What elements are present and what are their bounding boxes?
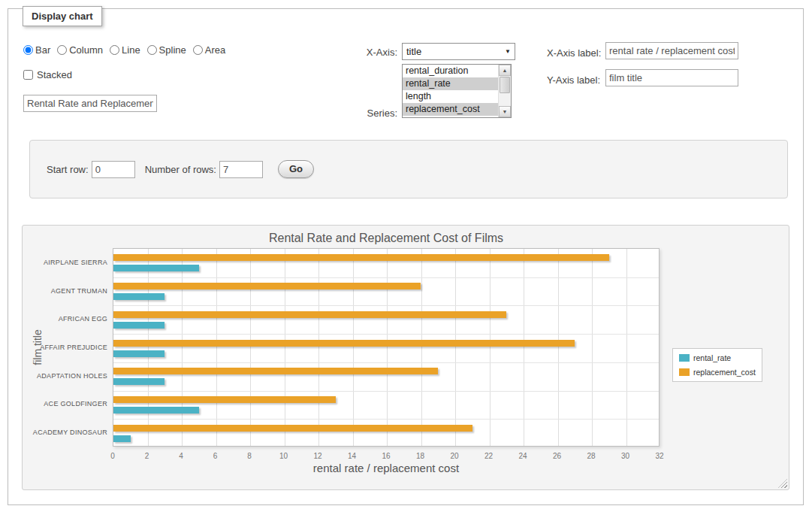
bar-replacement_cost (113, 396, 336, 403)
x-axis-select[interactable]: title ▼ (402, 43, 515, 60)
chart-type-radio-label: Area (205, 44, 225, 56)
y-tick-label: ADAPTATION HOLES (23, 372, 107, 380)
number-of-rows-input[interactable] (219, 161, 263, 178)
y-tick-label: AGENT TRUMAN (23, 287, 107, 295)
gridline-vertical (455, 249, 456, 446)
bar-replacement_cost (113, 311, 506, 318)
gridline-vertical (318, 249, 319, 446)
plot-area (113, 248, 660, 447)
x-axis-label-field-label: X-Axis label: (547, 47, 601, 59)
x-tick-label: 22 (484, 452, 493, 460)
x-tick-label: 16 (382, 452, 390, 460)
chart-type-radio-label: Line (122, 44, 140, 56)
scrollbar-thumb[interactable] (500, 77, 510, 93)
x-tick-label: 14 (348, 452, 356, 460)
x-tick-label: 30 (621, 452, 629, 460)
x-tick-label: 10 (279, 452, 288, 460)
series-scrollbar[interactable]: ▲ ▼ (498, 65, 511, 117)
gridline-horizontal (113, 305, 659, 306)
x-tick-label: 4 (179, 452, 183, 460)
series-options-list: rental_durationrental_ratelengthreplacem… (403, 65, 498, 117)
y-axis-label-field-label: Y-Axis label: (547, 74, 600, 86)
chart-type-radio-spline[interactable] (147, 45, 157, 55)
chart-type-option-bar[interactable]: Bar (23, 44, 50, 56)
fieldset-legend: Display chart (23, 6, 102, 26)
stacked-label: Stacked (37, 69, 72, 80)
chart-type-radio-area[interactable] (193, 45, 203, 55)
x-tick-label: 2 (145, 452, 149, 460)
x-tick-label: 24 (518, 452, 527, 460)
y-tick-label: AFRICAN EGG (23, 315, 107, 323)
gridline-vertical (353, 249, 354, 446)
x-tick-label: 8 (247, 452, 252, 460)
x-axis-label-input[interactable] (605, 42, 738, 59)
go-button[interactable]: Go (278, 160, 314, 178)
x-tick-label: 12 (313, 452, 321, 460)
bar-replacement_cost (113, 254, 609, 261)
stacked-checkbox[interactable] (23, 70, 33, 80)
chart-type-radio-column[interactable] (57, 45, 67, 55)
chart-type-options: BarColumnLineSplineArea (23, 44, 232, 56)
scroll-up-icon[interactable]: ▲ (499, 65, 511, 76)
legend-item-rental_rate: rental_rate (679, 353, 756, 362)
scroll-down-icon[interactable]: ▼ (499, 106, 511, 117)
gridline-vertical (558, 249, 559, 446)
start-row-input[interactable] (92, 161, 135, 178)
x-axis-field-label: X-Axis: (309, 47, 397, 58)
x-tick-label: 26 (553, 452, 561, 460)
legend-label: rental_rate (693, 353, 731, 362)
chart-type-radio-line[interactable] (110, 45, 119, 55)
x-tick-label: 32 (655, 452, 663, 460)
series-field-label: Series: (309, 108, 397, 119)
y-tick-label: ACADEMY DINOSAUR (23, 429, 107, 436)
series-option-length[interactable]: length (403, 90, 498, 103)
chart-type-option-column[interactable]: Column (57, 44, 103, 56)
display-chart-fieldset: Display chart BarColumnLineSplineArea St… (8, 8, 804, 505)
gridline-horizontal (113, 277, 659, 278)
rows-panel: Start row: Number of rows: Go (29, 140, 788, 198)
chart-type-option-area[interactable]: Area (193, 44, 225, 56)
legend-label: replacement_cost (693, 368, 756, 377)
chart-type-option-line[interactable]: Line (110, 44, 140, 56)
gridline-vertical (421, 249, 422, 446)
bar-rental_rate (113, 293, 165, 300)
display-chart-page: Display chart BarColumnLineSplineArea St… (0, 0, 812, 512)
y-tick-label: AFFAIR PREJUDICE (23, 344, 107, 351)
x-tick-label: 20 (450, 452, 458, 460)
chart-legend: rental_ratereplacement_cost (672, 348, 762, 382)
gridline-vertical (285, 249, 285, 446)
bar-replacement_cost (113, 340, 575, 347)
series-option-rental_rate[interactable]: rental_rate (403, 77, 498, 90)
bar-replacement_cost (113, 283, 421, 289)
legend-swatch (679, 368, 690, 376)
chart-type-radio-label: Column (69, 44, 103, 56)
bar-rental_rate (113, 265, 199, 271)
x-tick-label: 18 (416, 452, 424, 460)
series-option-replacement_cost[interactable]: replacement_cost (403, 103, 498, 116)
dropdown-arrow-icon: ▼ (505, 48, 511, 55)
gridline-horizontal (113, 334, 659, 335)
chart-type-option-spline[interactable]: Spline (147, 44, 186, 56)
gridline-vertical (626, 249, 627, 446)
bar-rental_rate (113, 350, 165, 357)
series-option-rental_duration[interactable]: rental_duration (403, 65, 498, 77)
series-multiselect[interactable]: rental_durationrental_ratelengthreplacem… (402, 64, 512, 118)
y-axis-label-input[interactable] (605, 69, 738, 86)
bar-rental_rate (113, 435, 131, 442)
stacked-checkbox-row[interactable]: Stacked (23, 69, 72, 80)
gridline-vertical (592, 249, 593, 446)
bar-rental_rate (113, 407, 199, 414)
gridline-horizontal (113, 419, 659, 420)
resize-grip-icon[interactable] (778, 479, 787, 488)
bar-replacement_cost (113, 425, 472, 432)
legend-item-replacement_cost: replacement_cost (679, 368, 756, 377)
gridline-horizontal (113, 391, 659, 392)
x-axis-selected-value: title (406, 46, 421, 57)
gridline-vertical (490, 249, 491, 446)
chart-type-radio-label: Spline (159, 44, 186, 56)
chart-title-input[interactable] (23, 95, 157, 112)
chart-panel: Rental Rate and Replacement Cost of Film… (22, 225, 789, 490)
gridline-vertical (216, 249, 217, 446)
chart-type-radio-bar[interactable] (23, 45, 33, 55)
chart-x-axis-title: rental rate / replacement cost (23, 462, 750, 474)
